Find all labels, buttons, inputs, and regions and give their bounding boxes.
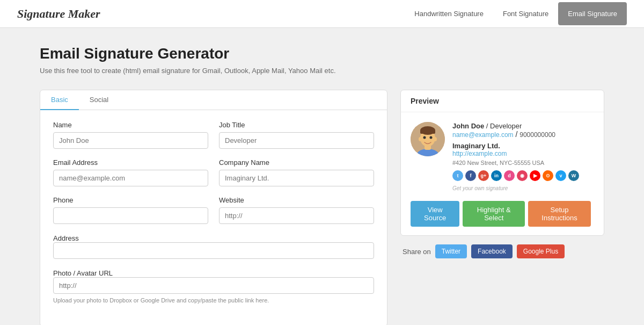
name-input[interactable] <box>53 132 208 149</box>
social-icon-2: g+ <box>478 170 489 181</box>
form-row-email-company: Email Address Company Name <box>53 158 374 186</box>
jobtitle-label: Job Title <box>219 121 374 129</box>
sig-contact: name@example.com / 9000000000 <box>452 130 594 139</box>
sig-email: name@example.com <box>452 131 514 139</box>
sig-job-title: Developer <box>490 122 522 130</box>
social-icon-9: W <box>568 170 579 181</box>
preview-panel: Preview <box>400 90 604 258</box>
form-group-phone: Phone <box>53 196 208 224</box>
sig-company: Imaginary Ltd. <box>452 142 594 150</box>
company-input[interactable] <box>219 170 374 186</box>
social-icon-4: d <box>504 170 515 181</box>
form-row-phone-website: Phone Website <box>53 196 374 224</box>
social-icon-6: ▶ <box>530 170 540 181</box>
preview-actions: View Source Highlight & Select Setup Ins… <box>401 201 604 235</box>
photo-label: Photo / Avatar URL <box>53 269 113 277</box>
tabs: Basic Social <box>40 90 387 110</box>
social-icon-8: v <box>555 170 566 181</box>
form-row-name-jobtitle: Name Job Title <box>53 121 374 149</box>
phone-label: Phone <box>53 196 208 204</box>
preview-content: John Doe / Developer name@example.com / … <box>401 112 604 201</box>
jobtitle-input[interactable] <box>219 132 374 149</box>
preview-header: Preview <box>401 90 604 112</box>
content-area: Basic Social Name Job Title <box>40 90 604 325</box>
social-icon-0: t <box>452 170 463 181</box>
nav-links: Handwritten Signature Font Signature Ema… <box>405 2 627 25</box>
sig-website: http://example.com <box>452 150 594 157</box>
share-facebook-button[interactable]: Facebook <box>471 244 513 258</box>
sig-title-separator: / <box>486 122 490 130</box>
navigation: Signature Maker Handwritten Signature Fo… <box>0 0 644 28</box>
svg-rect-5 <box>420 131 435 134</box>
form-group-website: Website <box>219 196 374 224</box>
svg-point-6 <box>423 136 426 139</box>
social-icon-7: ⊙ <box>543 170 553 181</box>
main-content: Email Signature Generator Use this free … <box>27 28 617 325</box>
tab-social[interactable]: Social <box>79 90 119 110</box>
form-group-company: Company Name <box>219 158 374 186</box>
photo-note: Upload your photo to Dropbox or Google D… <box>53 297 374 304</box>
phone-input[interactable] <box>53 207 208 224</box>
avatar <box>411 122 445 156</box>
email-input[interactable] <box>53 170 208 186</box>
share-twitter-button[interactable]: Twitter <box>435 244 467 258</box>
share-row: Share on Twitter Facebook Google Plus <box>400 244 604 258</box>
company-label: Company Name <box>219 158 374 167</box>
website-label: Website <box>219 196 374 204</box>
form-group-email: Email Address <box>53 158 208 186</box>
share-label: Share on <box>402 248 431 256</box>
svg-point-9 <box>434 137 437 141</box>
preview-box: Preview <box>400 90 604 236</box>
svg-point-7 <box>430 136 433 139</box>
page-title: Email Signature Generator <box>40 45 604 62</box>
photo-input[interactable] <box>53 277 374 294</box>
page-subtitle: Use this free tool to create (html) emai… <box>40 67 604 75</box>
form-group-photo: Photo / Avatar URL Upload your photo to … <box>53 269 374 304</box>
nav-font[interactable]: Font Signature <box>493 2 558 25</box>
form-group-address: Address <box>53 234 374 259</box>
view-source-button[interactable]: View Source <box>411 201 459 227</box>
nav-handwritten[interactable]: Handwritten Signature <box>405 2 493 25</box>
website-input[interactable] <box>219 207 374 224</box>
email-label: Email Address <box>53 158 208 167</box>
form-panel: Basic Social Name Job Title <box>40 90 387 325</box>
svg-point-8 <box>419 137 422 141</box>
name-label: Name <box>53 121 208 129</box>
sig-name: John Doe / Developer <box>452 122 594 130</box>
address-input[interactable] <box>53 242 374 259</box>
sig-footer: Get your own signature <box>452 185 594 191</box>
signature-info: John Doe / Developer name@example.com / … <box>452 122 594 191</box>
social-icon-5: ◉ <box>517 170 528 181</box>
form-group-name: Name <box>53 121 208 149</box>
social-icon-3: in <box>491 170 502 181</box>
social-icon-1: f <box>465 170 476 181</box>
highlight-select-button[interactable]: Highlight & Select <box>463 201 525 227</box>
nav-email[interactable]: Email Signature <box>558 2 627 25</box>
address-label: Address <box>53 234 79 242</box>
share-google-button[interactable]: Google Plus <box>517 244 565 258</box>
site-logo: Signature Maker <box>17 7 100 21</box>
social-icons: tfg+ind◉▶⊙vW <box>452 170 594 181</box>
setup-instructions-button[interactable]: Setup Instructions <box>528 201 591 227</box>
tab-basic[interactable]: Basic <box>40 90 79 110</box>
sig-phone: 9000000000 <box>519 131 555 139</box>
form-body: Name Job Title Email Address Com <box>40 121 387 304</box>
form-group-jobtitle: Job Title <box>219 121 374 149</box>
sig-address: #420 New Street, NYC-55555 USA <box>452 160 594 166</box>
